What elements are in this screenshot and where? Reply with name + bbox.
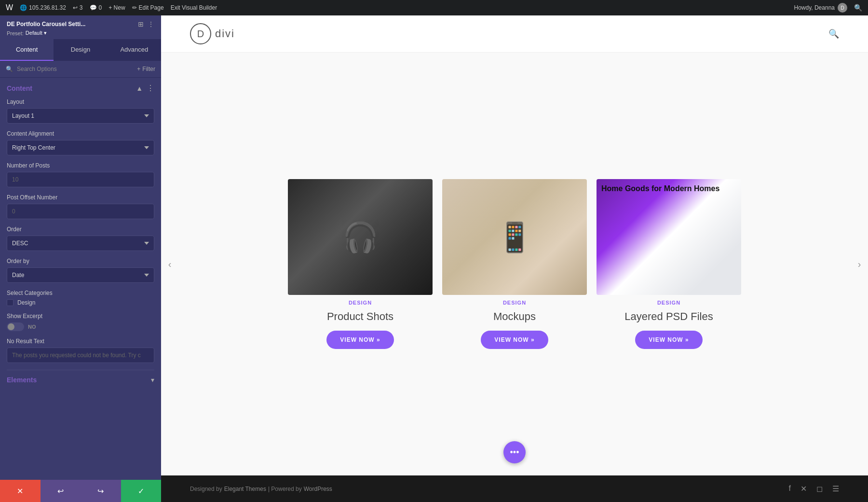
- content-alignment-select[interactable]: Right Top Center: [7, 140, 154, 155]
- toggle-no-label: NO: [28, 324, 36, 330]
- site-footer: Designed by Elegant Themes | Powered by …: [161, 475, 868, 502]
- carousel-area: ‹ DESIGN Product Shots VIEW NOW »: [161, 53, 868, 475]
- order-by-field: Order by Date: [7, 258, 154, 283]
- content-alignment-label: Content Alignment: [7, 130, 154, 137]
- revisions-icon: ↩: [73, 4, 78, 11]
- number-of-posts-input[interactable]: [7, 172, 154, 187]
- admin-bar-search-icon[interactable]: 🔍: [854, 4, 862, 12]
- site-icon: 🌐: [20, 4, 27, 11]
- preset-label: Preset:: [7, 30, 24, 36]
- item-view-now-button[interactable]: VIEW NOW »: [635, 331, 702, 349]
- show-excerpt-field: Show Excerpt NO: [7, 313, 154, 331]
- category-design-row: Design: [7, 299, 154, 306]
- layout-field: Layout Layout 1: [7, 98, 154, 124]
- carousel-item: DESIGN Mockups VIEW NOW »: [442, 179, 587, 349]
- panel-header: DE Portfolio Carousel Setti... ⊞ ⋮ Prese…: [0, 15, 161, 39]
- site-search-icon[interactable]: 🔍: [828, 28, 839, 39]
- carousel-wrapper: ‹ DESIGN Product Shots VIEW NOW »: [161, 62, 868, 466]
- content-section-title: Content: [7, 84, 32, 92]
- admin-bar-user[interactable]: Howdy, Deanna D: [794, 3, 848, 13]
- panel-more-icon[interactable]: ⋮: [148, 20, 154, 28]
- save-icon: ✓: [138, 487, 144, 496]
- admin-bar-exit-builder[interactable]: Exit Visual Builder: [171, 4, 217, 11]
- select-categories-label: Select Categories: [7, 290, 154, 296]
- footer-wordpress[interactable]: WordPress: [304, 486, 332, 492]
- item-category: DESIGN: [349, 300, 372, 306]
- footer-rss-icon[interactable]: ☰: [832, 484, 839, 493]
- carousel-next-button[interactable]: ›: [851, 255, 868, 273]
- category-design-checkbox[interactable]: [7, 299, 14, 306]
- carousel-items: DESIGN Product Shots VIEW NOW » DESIGN M…: [180, 179, 849, 349]
- item-view-now-button[interactable]: VIEW NOW »: [326, 331, 393, 349]
- user-avatar: D: [838, 3, 847, 13]
- admin-bar-site[interactable]: 🌐 105.236.81.32: [20, 4, 66, 11]
- logo-text: divi: [215, 28, 235, 40]
- elements-title: Elements: [7, 376, 37, 384]
- undo-icon: ↩: [57, 487, 64, 496]
- section-collapse-icon[interactable]: ▲: [136, 84, 143, 92]
- site-header: D divi 🔍: [161, 15, 868, 53]
- site-logo: D divi: [190, 23, 235, 44]
- save-button[interactable]: ✓: [121, 480, 162, 502]
- item-category: DESIGN: [657, 300, 680, 306]
- redo-button[interactable]: ↪: [81, 480, 121, 502]
- toggle-knob: [8, 323, 14, 330]
- tab-content[interactable]: Content: [0, 39, 54, 61]
- design-image-text: Home Goods for Modern Homes: [601, 184, 719, 193]
- footer-instagram-icon[interactable]: ◻: [816, 484, 823, 493]
- bottom-bar: ✕ ↩ ↪ ✓: [0, 480, 161, 502]
- order-by-select[interactable]: Date: [7, 267, 154, 283]
- carousel-image-design: Home Goods for Modern Homes: [597, 179, 741, 295]
- item-view-now-button[interactable]: VIEW NOW »: [481, 331, 548, 349]
- edit-icon: ✏: [132, 4, 137, 11]
- post-offset-input[interactable]: [7, 204, 154, 219]
- search-input[interactable]: [17, 66, 133, 72]
- fab-button[interactable]: •••: [503, 441, 526, 463]
- admin-bar-edit-page[interactable]: ✏ Edit Page: [132, 4, 164, 11]
- admin-bar-new[interactable]: + New: [108, 4, 125, 11]
- footer-designed-by: Designed by: [190, 486, 222, 492]
- no-result-text-input[interactable]: [7, 348, 154, 363]
- close-button[interactable]: ✕: [0, 480, 41, 502]
- show-excerpt-toggle[interactable]: [7, 322, 24, 331]
- item-title: Mockups: [493, 310, 536, 323]
- panel-tabs: Content Design Advanced: [0, 39, 161, 61]
- layout-label: Layout: [7, 98, 154, 105]
- undo-button[interactable]: ↩: [41, 480, 81, 502]
- tablet-image: [442, 179, 587, 295]
- plus-icon: +: [137, 66, 140, 72]
- panel-content: Content ▲ ⋮ Layout Layout 1 Content Alig…: [0, 78, 161, 480]
- layout-select[interactable]: Layout 1: [7, 108, 154, 124]
- search-icon: 🔍: [6, 66, 13, 72]
- category-design-label: Design: [17, 299, 35, 306]
- section-menu-icon[interactable]: ⋮: [147, 84, 154, 93]
- select-categories-field: Select Categories Design: [7, 290, 154, 306]
- footer-elegant-themes[interactable]: Elegant Themes: [224, 486, 266, 492]
- design-image: Home Goods for Modern Homes: [597, 179, 741, 295]
- section-controls: ▲ ⋮: [136, 84, 154, 93]
- admin-bar-revisions[interactable]: ↩ 3: [73, 4, 83, 11]
- tab-design[interactable]: Design: [54, 39, 107, 61]
- no-result-text-label: No Result Text: [7, 338, 154, 345]
- panel-title: DE Portfolio Carousel Setti...: [7, 21, 85, 28]
- carousel-item: Home Goods for Modern Homes DESIGN Layer…: [597, 179, 741, 349]
- admin-bar-comments[interactable]: 💬 0: [90, 4, 102, 11]
- footer-twitter-icon[interactable]: ✕: [800, 484, 807, 493]
- preset-value[interactable]: Default ▾: [26, 30, 47, 36]
- site-preview: D divi 🔍 ‹ DESIGN: [161, 15, 868, 502]
- elements-header: Elements ▾: [7, 370, 154, 390]
- carousel-image-headphones: [288, 179, 433, 295]
- panel-grid-icon[interactable]: ⊞: [138, 20, 144, 28]
- order-select[interactable]: DESC: [7, 236, 154, 251]
- post-offset-label: Post Offset Number: [7, 194, 154, 201]
- post-offset-field: Post Offset Number: [7, 194, 154, 219]
- panel-icons: ⊞ ⋮: [138, 20, 154, 28]
- wordpress-icon[interactable]: W: [6, 3, 13, 12]
- carousel-prev-button[interactable]: ‹: [161, 255, 178, 273]
- elements-collapse-icon[interactable]: ▾: [151, 376, 154, 384]
- tab-advanced[interactable]: Advanced: [108, 39, 161, 61]
- content-alignment-field: Content Alignment Right Top Center: [7, 130, 154, 155]
- content-section-header: Content ▲ ⋮: [7, 84, 154, 93]
- filter-button[interactable]: + Filter: [137, 66, 155, 72]
- footer-facebook-icon[interactable]: f: [789, 484, 791, 493]
